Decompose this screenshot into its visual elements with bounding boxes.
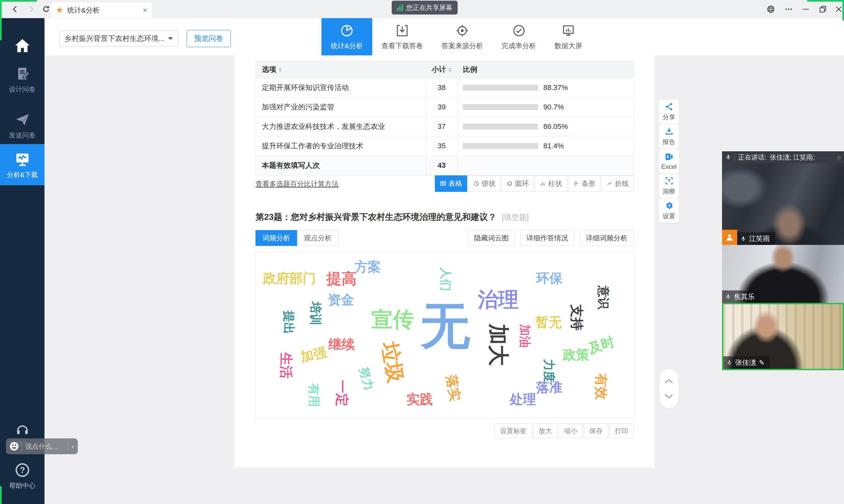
app-header: 乡村振兴背景下农村生态环境... 预览问卷 统计&分析 查看下载答卷 答案来源分… [44, 18, 844, 55]
download-icon [395, 23, 410, 38]
tab-statistics-analysis[interactable]: 统计&分析 [321, 18, 372, 55]
excel-tool-button[interactable]: Excel [659, 149, 679, 174]
chat-input[interactable]: 说点什么... [25, 442, 65, 451]
tool-label: 分享 [663, 113, 675, 122]
tab-viewpoint-analysis[interactable]: 观点分析 [297, 230, 339, 246]
detailed-answers-button[interactable]: 详细作答情况 [520, 230, 574, 246]
cloud-word: 环保 [536, 269, 562, 287]
print-button[interactable]: 打印 [609, 424, 634, 438]
back-button[interactable] [9, 3, 21, 15]
percentage-calc-link[interactable]: 查看多选题百分比计算方法 [255, 179, 339, 188]
home-icon [0, 36, 44, 55]
emoji-button[interactable] [10, 442, 18, 451]
bookmark-star-icon: ★ [56, 5, 63, 15]
zoom-out-button[interactable]: 缩小 [558, 424, 583, 438]
sidebar-item-label: 设计问卷 [0, 85, 44, 94]
option-label: 定期开展环保知识宣传活动 [256, 78, 426, 97]
tab-word-frequency[interactable]: 词频分析 [255, 230, 297, 246]
zoom-in-button[interactable]: 放大 [533, 424, 557, 438]
forward-button[interactable] [25, 3, 37, 15]
survey-select-value: 乡村振兴背景下农村生态环境... [64, 34, 168, 43]
rename-pencil-icon[interactable]: ✎ [759, 359, 765, 366]
tab-label: 数据大屏 [555, 41, 582, 50]
question-type-tag: [填空题] [502, 212, 529, 222]
insight-tool-button[interactable]: 洞察 [659, 174, 679, 198]
mic-icon [725, 293, 731, 300]
back-icon [11, 5, 19, 14]
minimize-button[interactable] [799, 3, 812, 16]
table-row: 提升环保工作者的专业治理技术 35 81.4% [256, 136, 634, 156]
send-icon [0, 111, 44, 128]
chevron-up-icon[interactable] [664, 378, 674, 384]
collapse-chat-icon[interactable]: ‹ [72, 443, 74, 450]
chart-type-column-button[interactable]: 柱状 [535, 175, 567, 192]
cloud-word: 治理 [478, 286, 519, 313]
tab-answer-source-analysis[interactable]: 答案来源分析 [432, 18, 492, 55]
chart-type-bar-button[interactable]: 条形 [568, 175, 600, 192]
tab-data-dashboard[interactable]: 数据大屏 [545, 18, 591, 55]
settings-tool-button[interactable]: 设置 [659, 198, 679, 223]
refresh-button[interactable] [40, 3, 52, 15]
mic-active-icon [726, 359, 732, 366]
tab-close-icon[interactable]: × [143, 5, 147, 15]
chart-type-table-button[interactable]: 表格 [435, 175, 467, 192]
video-thumbnail-participant-1[interactable]: 江笑雨 [722, 163, 844, 245]
restore-button[interactable] [816, 3, 829, 16]
analyze-icon [0, 151, 44, 168]
column-header-option[interactable]: 选项 [256, 61, 426, 78]
tab-view-download-answers[interactable]: 查看下载答卷 [372, 18, 432, 55]
bar-icon [573, 180, 579, 187]
browser-menu-button[interactable] [782, 3, 795, 16]
percent-bar-track [463, 124, 538, 129]
top-nav-tabs: 统计&分析 查看下载答卷 答案来源分析 完成率分析 数据大屏 [321, 18, 591, 55]
table-row: 定期开展环保知识宣传活动 38 88.37% [256, 78, 634, 97]
sidebar-item-analyze[interactable]: 分析&下载 [0, 144, 44, 185]
check-circle-icon [512, 23, 526, 38]
option-count: 35 [426, 137, 457, 156]
sidebar-item-label: 分析&下载 [0, 170, 44, 179]
cloud-word: 政策 [563, 346, 589, 364]
share-tool-button[interactable]: 分享 [659, 100, 679, 124]
table-row: 加强对产业的污染监管 39 90.7% [256, 97, 634, 117]
option-label: 大力推进农业科技技术，发展生态农业 [256, 117, 426, 136]
share-bars-icon [397, 4, 403, 11]
option-ratio-cell: 88.37% [457, 78, 634, 97]
sidebar-item-help[interactable]: ? 帮助中心 [0, 460, 44, 499]
collapse-panel-icon[interactable]: » [833, 152, 844, 162]
cloud-word: 意识 [595, 286, 611, 309]
tab-completion-rate-analysis[interactable]: 完成率分析 [492, 18, 545, 55]
column-header-count[interactable]: 小计 [426, 61, 457, 78]
detailed-frequency-button[interactable]: 详细词频分析 [579, 230, 634, 246]
video-thumbnail-participant-3-active-speaker[interactable]: 张佳潓 ✎ [722, 303, 844, 370]
button-label: 保存 [590, 427, 603, 435]
cloud-word: 加强 [299, 343, 328, 366]
table-row: 大力推进农业科技技术，发展生态农业 37 86.05% [256, 117, 634, 136]
report-tool-button[interactable]: 报告 [659, 124, 679, 149]
cloud-word: 政府部门 [263, 269, 316, 287]
cloud-word: 资金 [328, 291, 354, 309]
browser-tab[interactable]: ★ 统计&分析 × [51, 2, 152, 18]
survey-select[interactable]: 乡村振兴背景下农村生态环境... [59, 31, 178, 47]
hide-wordcloud-button[interactable]: 隐藏词云图 [468, 230, 515, 246]
wordcloud-toolbar: 设置标签 放大 缩小 保存 打印 [495, 424, 634, 438]
chart-type-pie-button[interactable]: 饼状 [468, 175, 501, 192]
tool-label: 设置 [663, 212, 675, 220]
browser-language-button[interactable] [764, 3, 777, 16]
design-icon [0, 65, 44, 83]
close-button[interactable] [832, 3, 844, 16]
set-labels-button[interactable]: 设置标签 [495, 424, 532, 438]
gear-icon [665, 201, 674, 210]
word-cloud: 政府部门 提高 方案 人们 资金 培训 提出 宣传 无 治理 环保 意识 支持 … [255, 252, 635, 418]
preview-survey-button[interactable]: 预览问卷 [186, 30, 231, 47]
sidebar-item-home[interactable] [0, 25, 44, 64]
cloud-word: 有效 [592, 374, 610, 400]
sidebar-item-design[interactable]: 设计问卷 [0, 62, 44, 110]
chevron-down-icon[interactable] [664, 393, 674, 399]
save-button[interactable]: 保存 [584, 424, 608, 438]
chart-type-donut-button[interactable]: 圆环 [501, 175, 534, 192]
chart-type-line-button[interactable]: 折线 [601, 175, 634, 192]
analysis-tabs: 词频分析 观点分析 [255, 230, 339, 246]
video-thumbnail-participant-2[interactable]: 焦其乐 [722, 245, 844, 303]
tool-label: 报告 [663, 138, 675, 146]
percent-label: 81.4% [543, 142, 564, 150]
